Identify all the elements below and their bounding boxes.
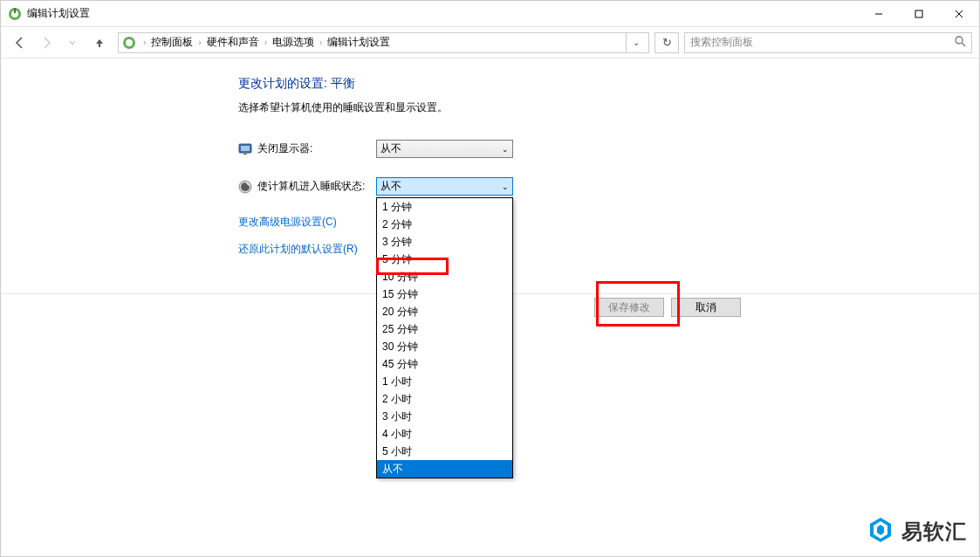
save-button[interactable]: 保存修改: [594, 298, 664, 317]
app-icon: [8, 7, 22, 21]
chevron-down-icon: ⌄: [502, 182, 509, 191]
chevron-right-icon: ›: [140, 38, 149, 47]
svg-point-9: [956, 37, 963, 44]
dropdown-option[interactable]: 15 分钟: [377, 285, 512, 303]
display-off-row: 关闭显示器: 从不 ⌄: [238, 140, 979, 158]
dropdown-option[interactable]: 1 分钟: [377, 198, 512, 216]
dropdown-option[interactable]: 25 分钟: [377, 320, 512, 338]
sleep-value: 从不: [380, 179, 401, 194]
dropdown-option[interactable]: 1 小时: [377, 373, 512, 390]
refresh-button[interactable]: ↻: [654, 32, 679, 53]
search-placeholder: 搜索控制面板: [690, 35, 753, 50]
sleep-icon: [238, 180, 252, 194]
back-button[interactable]: [8, 31, 32, 54]
window-controls: [859, 1, 979, 27]
chevron-right-icon: ›: [195, 38, 204, 47]
dropdown-option[interactable]: 5 分钟: [377, 251, 512, 268]
watermark: 易软汇: [867, 516, 967, 547]
display-off-dropdown[interactable]: 从不 ⌄: [376, 140, 513, 158]
window-title: 编辑计划设置: [27, 6, 859, 21]
maximize-button[interactable]: [899, 1, 939, 27]
dropdown-option[interactable]: 3 小时: [377, 408, 512, 425]
dropdown-option[interactable]: 4 小时: [377, 425, 512, 443]
advanced-settings-link[interactable]: 更改高级电源设置(C): [238, 215, 979, 230]
search-input[interactable]: 搜索控制面板: [684, 32, 972, 53]
buttons-area: 保存修改 取消: [594, 298, 741, 317]
up-button[interactable]: [90, 33, 109, 52]
svg-line-10: [962, 43, 965, 46]
cancel-button[interactable]: 取消: [671, 298, 741, 317]
svg-rect-12: [241, 146, 250, 151]
dropdown-option[interactable]: 2 分钟: [377, 216, 512, 233]
sleep-dropdown[interactable]: 从不 ⌄: [376, 177, 513, 196]
breadcrumb-icon: [122, 36, 136, 50]
sleep-dropdown-list[interactable]: 1 分钟2 分钟3 分钟5 分钟10 分钟15 分钟20 分钟25 分钟30 分…: [376, 197, 513, 478]
breadcrumb-item[interactable]: 编辑计划设置: [326, 33, 392, 52]
breadcrumb-item[interactable]: 控制面板: [149, 33, 195, 52]
watermark-text: 易软汇: [901, 518, 967, 546]
close-button[interactable]: [939, 1, 979, 27]
dropdown-option[interactable]: 3 分钟: [377, 233, 512, 251]
forward-button[interactable]: [34, 31, 58, 54]
minimize-button[interactable]: [859, 1, 899, 27]
dropdown-option[interactable]: 30 分钟: [377, 338, 512, 355]
dropdown-option[interactable]: 2 小时: [377, 390, 512, 408]
navbar: › 控制面板 › 硬件和声音 › 电源选项 › 编辑计划设置 ⌄ ↻ 搜索控制面…: [1, 27, 979, 58]
search-icon: [955, 36, 966, 50]
svg-rect-2: [14, 8, 16, 13]
breadcrumb-item[interactable]: 电源选项: [271, 33, 316, 52]
dropdown-option[interactable]: 5 小时: [377, 443, 512, 460]
monitor-icon: [238, 142, 252, 156]
address-dropdown-icon[interactable]: ⌄: [626, 33, 645, 52]
recent-dropdown[interactable]: [60, 31, 85, 54]
dropdown-option[interactable]: 20 分钟: [377, 303, 512, 320]
display-off-label: 关闭显示器:: [257, 141, 376, 156]
page-subtitle: 选择希望计算机使用的睡眠设置和显示设置。: [238, 100, 979, 115]
chevron-right-icon: ›: [261, 38, 271, 47]
svg-rect-4: [915, 10, 922, 17]
dropdown-option[interactable]: 从不: [377, 460, 512, 478]
address-bar[interactable]: › 控制面板 › 硬件和声音 › 电源选项 › 编辑计划设置 ⌄: [118, 32, 649, 53]
page-title: 更改计划的设置: 平衡: [238, 76, 979, 92]
sleep-label: 使计算机进入睡眠状态:: [257, 179, 376, 194]
chevron-down-icon: ⌄: [502, 145, 509, 154]
svg-rect-13: [243, 154, 247, 155]
sleep-row: 使计算机进入睡眠状态: 从不 ⌄: [238, 177, 979, 196]
dropdown-option[interactable]: 10 分钟: [377, 268, 512, 285]
restore-defaults-link[interactable]: 还原此计划的默认设置(R): [238, 242, 979, 257]
chevron-right-icon: ›: [316, 38, 326, 47]
breadcrumb-item[interactable]: 硬件和声音: [205, 33, 261, 52]
display-off-value: 从不: [380, 141, 401, 156]
dropdown-option[interactable]: 45 分钟: [377, 355, 512, 373]
svg-point-8: [126, 39, 133, 46]
watermark-icon: [867, 516, 894, 547]
titlebar: 编辑计划设置: [1, 1, 979, 27]
